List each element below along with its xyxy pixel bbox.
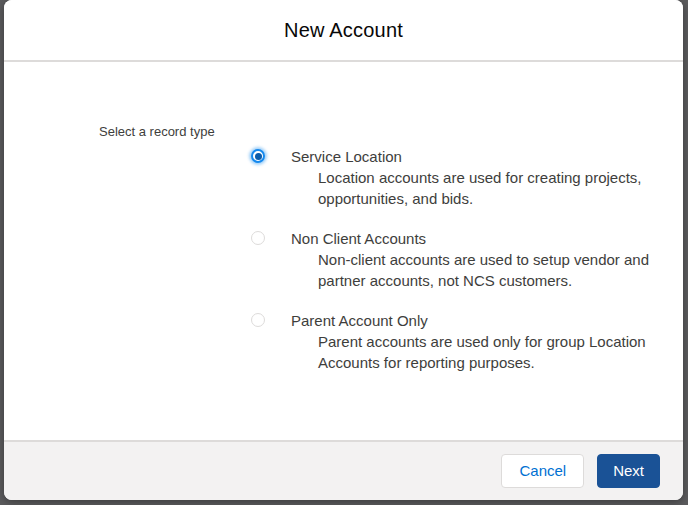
cancel-button[interactable]: Cancel bbox=[501, 454, 584, 488]
option-title: Parent Account Only bbox=[291, 310, 646, 331]
radio-button[interactable] bbox=[251, 313, 265, 327]
modal-title: New Account bbox=[284, 19, 403, 42]
record-type-option-non-client-accounts[interactable]: Non Client Accounts Non-client accounts … bbox=[251, 228, 649, 291]
record-type-option-service-location[interactable]: Service Location Location accounts are u… bbox=[251, 146, 649, 209]
next-button[interactable]: Next bbox=[597, 454, 660, 488]
option-text: Non Client Accounts Non-client accounts … bbox=[291, 228, 649, 291]
option-text: Parent Account Only Parent accounts are … bbox=[291, 310, 646, 373]
page-backdrop: { "colors": { "accent_blue": "#0070d2", … bbox=[0, 0, 688, 505]
record-type-option-parent-account-only[interactable]: Parent Account Only Parent accounts are … bbox=[251, 310, 649, 373]
option-description: Non-client accounts are used to setup ve… bbox=[318, 249, 649, 291]
record-type-label: Select a record type bbox=[99, 121, 251, 392]
record-type-options: Service Location Location accounts are u… bbox=[251, 121, 649, 392]
option-title: Non Client Accounts bbox=[291, 228, 649, 249]
option-text: Service Location Location accounts are u… bbox=[291, 146, 642, 209]
option-description: Parent accounts are used only for group … bbox=[318, 331, 646, 373]
option-title: Service Location bbox=[291, 146, 642, 167]
radio-button[interactable] bbox=[251, 231, 265, 245]
modal-body: Select a record type Service Location Lo… bbox=[4, 62, 683, 440]
record-type-form-row: Select a record type Service Location Lo… bbox=[4, 62, 683, 392]
option-description: Location accounts are used for creating … bbox=[318, 167, 642, 209]
modal-header: New Account bbox=[4, 0, 683, 62]
new-account-modal: New Account Select a record type Service… bbox=[4, 0, 683, 500]
modal-footer: Cancel Next bbox=[4, 440, 683, 500]
radio-button[interactable] bbox=[251, 149, 265, 163]
